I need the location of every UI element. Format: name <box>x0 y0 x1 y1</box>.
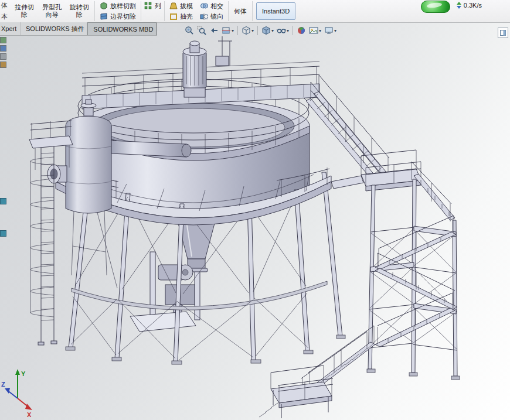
zoom-area-button[interactable] <box>196 24 208 37</box>
command-manager-tabs: Xpert SOLIDWORKS 插件 SOLIDWORKS MBD <box>0 22 157 36</box>
instant3d-button[interactable]: Instant3D <box>256 2 295 20</box>
triad-z-label: Z <box>1 381 5 388</box>
task-pane-icon <box>500 30 506 36</box>
intersect-button[interactable]: 相交 <box>198 1 225 11</box>
boundary-cut-icon <box>100 12 108 21</box>
previous-view-icon <box>209 26 219 35</box>
zoom-area-icon <box>197 26 206 35</box>
graphics-area[interactable]: Y X Z <box>0 0 510 420</box>
zoom-fit-icon <box>185 26 194 35</box>
display-style-button[interactable]: ▾ <box>260 24 275 37</box>
display-style-icon <box>261 26 271 35</box>
loft-cut-button[interactable]: 放样切割 <box>98 1 138 11</box>
apply-scene-icon <box>309 26 318 35</box>
ribbon-clipped-fragment: 体 本 <box>0 0 11 22</box>
triad-y-label: Y <box>21 370 26 377</box>
boundary-cut-button[interactable]: 边界切除 <box>98 11 138 22</box>
triad-x-label: X <box>27 411 32 418</box>
intersect-icon <box>200 2 208 10</box>
task-pane-toggle-button[interactable] <box>498 28 508 38</box>
edge-icon-3[interactable] <box>0 53 6 60</box>
draft-icon <box>169 2 178 10</box>
model-3d-canvas[interactable]: Y X Z <box>0 0 510 420</box>
draft-button[interactable]: 拔模 <box>168 1 195 11</box>
edge-icon-1[interactable] <box>0 37 6 43</box>
heads-up-view-toolbar: ▾ ▾ ▾ ▾ <box>183 24 338 37</box>
section-view-button[interactable]: ▾ <box>220 24 235 37</box>
pattern-icon <box>144 2 152 10</box>
solidworks-window: Y X Z 体 本 拉伸切除 异型孔向导 旋转切除 <box>0 0 510 420</box>
tab-solidworks-addins[interactable]: SOLIDWORKS 插件 <box>21 22 87 35</box>
edge-icon-4[interactable] <box>0 62 6 68</box>
view-settings-icon <box>324 26 334 35</box>
network-speed-indicator: 0.3K/s <box>456 2 482 9</box>
left-edge-strip <box>0 37 6 68</box>
view-orientation-button[interactable]: ▾ <box>240 24 255 37</box>
edge-icon-2[interactable] <box>0 45 6 52</box>
edit-appearance-button[interactable] <box>295 24 307 37</box>
mirror-icon <box>200 12 208 21</box>
plugin-status-button[interactable] <box>421 1 450 13</box>
shell-icon <box>169 12 178 21</box>
view-orientation-icon <box>242 26 251 35</box>
zoom-fit-button[interactable] <box>183 24 195 37</box>
discharge-cone-and-drive[interactable] <box>130 219 216 332</box>
features-ribbon: 体 本 拉伸切除 异型孔向导 旋转切除 放样切割 <box>0 0 510 23</box>
pattern-button[interactable]: 列 <box>142 1 163 11</box>
edge-marker-2[interactable] <box>0 230 6 237</box>
network-speed-icon <box>456 2 462 9</box>
mirror-button[interactable]: 镜向 <box>198 11 225 22</box>
edit-appearance-icon <box>297 26 306 35</box>
view-settings-button[interactable]: ▾ <box>323 24 338 37</box>
edge-marker-1[interactable] <box>0 198 6 204</box>
hide-show-items-button[interactable]: ▾ <box>276 24 290 37</box>
drive-motor-top[interactable] <box>183 36 232 97</box>
extruded-cut-button[interactable]: 拉伸切除 <box>11 0 38 22</box>
reference-geometry-button[interactable]: 何体 <box>230 0 251 22</box>
apply-scene-button[interactable]: ▾ <box>308 24 322 37</box>
revolved-cut-button[interactable]: 旋转切除 <box>66 0 93 22</box>
previous-view-button[interactable] <box>208 24 220 37</box>
shell-button[interactable]: 抽壳 <box>168 11 195 22</box>
orientation-triad[interactable]: Y X Z <box>1 369 32 418</box>
tab-dimxpert[interactable]: Xpert <box>0 22 21 35</box>
tab-solidworks-mbd[interactable]: SOLIDWORKS MBD <box>87 22 157 35</box>
hide-show-items-icon <box>277 26 286 35</box>
section-view-icon <box>222 26 231 35</box>
loft-cut-icon <box>100 2 108 10</box>
hole-wizard-button[interactable]: 异型孔向导 <box>38 0 66 22</box>
